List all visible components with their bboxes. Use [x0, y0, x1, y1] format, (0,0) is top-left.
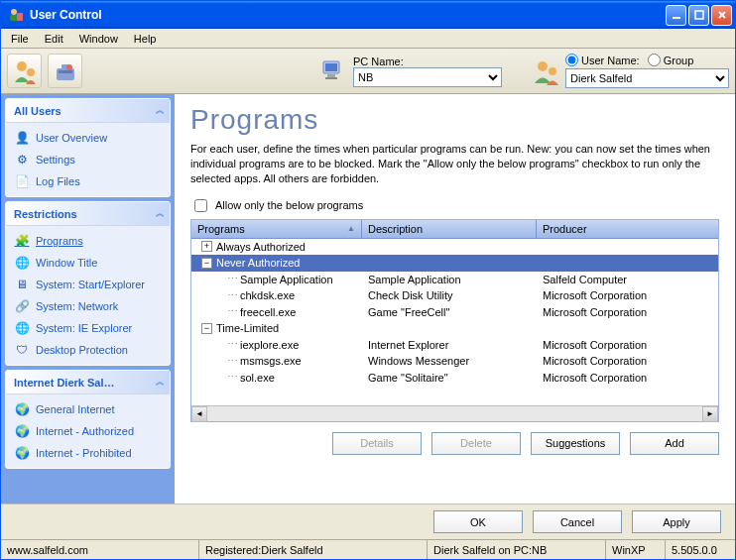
svg-point-17 — [538, 61, 548, 71]
page-description: For each user, define the times when par… — [190, 142, 719, 186]
sidebar-item-label: Internet - Prohibited — [36, 447, 132, 459]
main-content: Programs For each user, define the times… — [175, 94, 735, 504]
svg-point-8 — [27, 68, 35, 76]
sidebar-item-label: General Internet — [36, 403, 115, 415]
add-button[interactable]: Add — [630, 432, 719, 455]
table-row[interactable]: ⋯chkdsk.exeCheck Disk UtilityMicrosoft C… — [191, 287, 718, 304]
nav-icon: 🌐 — [14, 255, 30, 271]
table-group-row[interactable]: +Always Authorized — [191, 239, 718, 256]
collapse-icon[interactable]: − — [201, 323, 212, 334]
maximize-button[interactable] — [688, 5, 709, 26]
minimize-button[interactable] — [666, 5, 686, 26]
table-row[interactable]: ⋯Sample ApplicationSample ApplicationSal… — [191, 272, 718, 288]
sidebar-item[interactable]: 📄Log Files — [8, 170, 168, 192]
column-programs[interactable]: Programs▲ — [191, 220, 362, 238]
close-button[interactable] — [711, 5, 732, 26]
nav-icon: 👤 — [14, 130, 30, 146]
sidebar-item[interactable]: 🔗System: Network — [8, 295, 168, 317]
details-button[interactable]: Details — [332, 432, 422, 455]
svg-rect-1 — [10, 15, 18, 21]
sidebar-item-label: Settings — [36, 154, 75, 166]
chevron-up-icon: ︽ — [156, 207, 162, 220]
sidebar-item[interactable]: 🛡Desktop Protection — [8, 339, 168, 361]
sidebar: All Users︽👤User Overview⚙Settings📄Log Fi… — [1, 94, 175, 504]
titlebar: User Control — [1, 1, 735, 29]
chevron-up-icon: ︽ — [156, 376, 162, 389]
sidebar-item[interactable]: ⚙Settings — [8, 149, 168, 170]
scroll-right-icon[interactable]: ► — [702, 406, 718, 422]
svg-rect-9 — [57, 68, 74, 80]
sidebar-item[interactable]: 🌍General Internet — [8, 398, 168, 420]
nav-icon: 🧩 — [14, 233, 30, 249]
menu-window[interactable]: Window — [71, 31, 126, 47]
pc-name-label: PC Name: — [353, 56, 502, 67]
svg-rect-11 — [59, 70, 72, 73]
dialog-buttons: OK Cancel Apply — [1, 504, 735, 539]
panel-header[interactable]: All Users︽ — [6, 99, 170, 123]
panel-header[interactable]: Internet Dierk Sal…︽ — [6, 371, 170, 394]
menu-help[interactable]: Help — [126, 31, 165, 47]
sidebar-item[interactable]: 👤User Overview — [8, 127, 168, 149]
ok-button[interactable]: OK — [433, 510, 523, 533]
app-icon — [8, 7, 24, 23]
sidebar-item-label: Desktop Protection — [36, 344, 128, 356]
statusbar: www.salfeld.com Registered:Dierk Salfeld… — [1, 539, 735, 559]
sidebar-item[interactable]: 🧩Programs — [8, 230, 168, 252]
table-row[interactable]: ⋯iexplore.exeInternet ExplorerMicrosoft … — [191, 337, 718, 354]
table-row[interactable]: ⋯freecell.exeGame "FreeCell"Microsoft Co… — [191, 304, 718, 321]
svg-rect-15 — [327, 74, 335, 77]
svg-rect-4 — [695, 11, 703, 19]
svg-rect-16 — [325, 77, 337, 79]
column-description[interactable]: Description — [362, 220, 537, 238]
apply-button[interactable]: Apply — [632, 510, 721, 533]
toolbar-toolbox-button[interactable] — [48, 54, 82, 88]
status-registered: Registered:Dierk Salfeld — [199, 540, 428, 559]
nav-icon: 📄 — [14, 173, 30, 189]
sort-asc-icon: ▲ — [347, 224, 355, 233]
column-producer[interactable]: Producer — [537, 220, 718, 238]
delete-button[interactable]: Delete — [431, 432, 521, 455]
expand-icon[interactable]: + — [201, 241, 212, 252]
collapse-icon[interactable]: − — [201, 258, 212, 269]
svg-point-12 — [66, 64, 72, 70]
sidebar-item[interactable]: 🌍Internet - Prohibited — [8, 442, 168, 464]
nav-icon: 🖥 — [14, 277, 30, 292]
page-title: Programs — [190, 104, 719, 136]
toolbar-user-button[interactable] — [7, 54, 42, 88]
sidebar-item-label: Programs — [36, 235, 83, 247]
table-group-row[interactable]: −Time-Limited — [191, 320, 718, 337]
pc-name-select[interactable]: NB — [353, 67, 502, 87]
group-radio[interactable]: Group — [648, 54, 694, 66]
scroll-left-icon[interactable]: ◄ — [191, 406, 207, 422]
user-name-select[interactable]: Dierk Salfeld — [565, 68, 729, 88]
svg-rect-14 — [325, 63, 337, 71]
nav-icon: 🌐 — [14, 320, 30, 336]
allow-only-label: Allow only the below programs — [215, 199, 363, 211]
nav-icon: 🛡 — [14, 342, 30, 358]
username-radio[interactable]: User Name: — [565, 54, 640, 66]
nav-icon: 🔗 — [14, 298, 30, 314]
svg-rect-3 — [673, 17, 680, 19]
panel-header[interactable]: Restrictions︽ — [6, 202, 170, 226]
sidebar-item[interactable]: 🌐Window Title — [8, 252, 168, 274]
sidebar-item[interactable]: 🖥System: Start/Explorer — [8, 274, 168, 295]
menu-file[interactable]: File — [3, 31, 37, 47]
horizontal-scrollbar[interactable]: ◄ ► — [191, 405, 718, 421]
allow-only-checkbox[interactable] — [194, 199, 207, 212]
table-row[interactable]: ⋯sol.exeGame "Solitaire"Microsoft Corpor… — [191, 370, 718, 387]
status-url: www.salfeld.com — [1, 540, 199, 559]
menu-edit[interactable]: Edit — [37, 31, 71, 47]
sidebar-item-label: User Overview — [36, 132, 107, 144]
table-group-row[interactable]: −Never Authorized — [191, 255, 718, 272]
nav-icon: 🌍 — [14, 423, 30, 439]
sidebar-item-label: Window Title — [36, 257, 97, 269]
pc-icon — [319, 57, 347, 85]
toolbar: PC Name: NB User Name: Group Dierk Salfe… — [1, 49, 735, 94]
cancel-button[interactable]: Cancel — [533, 510, 622, 533]
sidebar-item[interactable]: 🌍Internet - Authorized — [8, 420, 168, 442]
nav-icon: 🌍 — [14, 445, 30, 461]
sidebar-item[interactable]: 🌐System: IE Explorer — [8, 317, 168, 339]
suggestions-button[interactable]: Suggestions — [531, 432, 620, 455]
status-os: WinXP — [606, 540, 666, 559]
table-row[interactable]: ⋯msmsgs.exeWindows MessengerMicrosoft Co… — [191, 353, 718, 370]
